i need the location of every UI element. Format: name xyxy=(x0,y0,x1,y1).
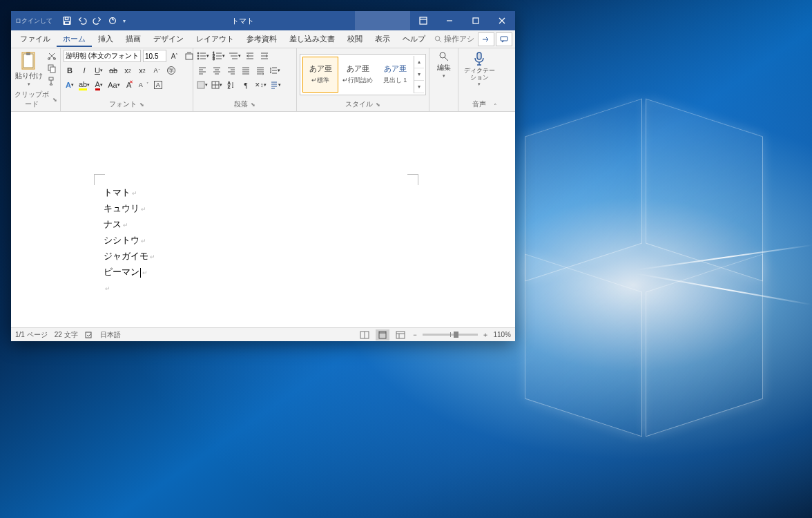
word-count[interactable]: 22 文字 xyxy=(55,330,78,340)
distributed-button[interactable] xyxy=(254,64,267,77)
page[interactable]: トマト キュウリ ナス シシトウ ジャガイモ ピーマン xyxy=(29,112,515,327)
enclose-characters-button[interactable]: 字 xyxy=(165,64,177,77)
read-mode-button[interactable] xyxy=(358,329,371,340)
save-icon[interactable] xyxy=(62,16,72,26)
tab-references[interactable]: 参考資料 xyxy=(240,31,283,47)
undo-icon[interactable] xyxy=(77,16,87,26)
bold-button[interactable]: B xyxy=(64,64,76,77)
tab-draw[interactable]: 描画 xyxy=(119,31,147,47)
multilevel-list-button[interactable]: ▾ xyxy=(228,50,242,62)
dialog-launcher-icon[interactable]: ⬊ xyxy=(52,97,57,103)
grow-font-button[interactable]: A˄ xyxy=(168,50,181,62)
borders-button[interactable]: ▾ xyxy=(211,79,223,91)
show-paragraph-marks-button[interactable]: ¶ xyxy=(240,79,252,91)
decrease-indent-button[interactable] xyxy=(244,50,256,62)
spellcheck-icon[interactable] xyxy=(85,331,93,339)
paragraph-settings-button[interactable]: ▾ xyxy=(269,79,282,91)
character-shading-button[interactable]: A゛ xyxy=(137,79,150,91)
shading-button[interactable]: ▾ xyxy=(196,79,209,91)
text-line[interactable]: キュウリ xyxy=(104,201,155,217)
redo-icon[interactable] xyxy=(93,16,102,26)
repeat-icon[interactable] xyxy=(108,16,117,26)
superscript-button[interactable]: x2 xyxy=(136,64,148,77)
ribbon: 貼り付け ▾ クリップボード⬊ A˄ xyxy=(11,48,515,112)
tab-view[interactable]: 表示 xyxy=(369,31,396,47)
cut-icon[interactable] xyxy=(47,51,57,61)
shrink-font-button[interactable]: A˅ xyxy=(151,64,163,77)
text-line[interactable]: ピーマン xyxy=(104,265,155,280)
ribbon-display-options[interactable] xyxy=(410,11,436,30)
align-right-button[interactable] xyxy=(225,64,238,77)
tab-design[interactable]: デザイン xyxy=(147,31,190,47)
styles-gallery[interactable]: あア亜 ↵標準 あア亜 ↵行間詰め あア亜 見出し 1 ▴ ▾ ▾ xyxy=(300,54,426,95)
zoom-slider[interactable] xyxy=(423,334,478,336)
web-layout-button[interactable] xyxy=(394,329,407,340)
language[interactable]: 日本語 xyxy=(100,330,121,340)
qat-dropdown-icon[interactable]: ▾ xyxy=(123,18,126,24)
align-center-button[interactable] xyxy=(211,64,223,77)
character-border-button[interactable]: A xyxy=(152,79,164,91)
text-line[interactable]: トマト xyxy=(104,185,155,201)
styles-more-button[interactable]: ▾ xyxy=(414,81,424,93)
strikethrough-button[interactable]: ab xyxy=(107,64,119,77)
maximize-button[interactable] xyxy=(463,11,489,30)
font-color-button[interactable]: A▾ xyxy=(93,79,105,91)
font-size-combo[interactable] xyxy=(143,50,166,62)
text-line[interactable]: ジャガイモ xyxy=(104,249,155,265)
tab-review[interactable]: 校閲 xyxy=(341,31,369,47)
text-line[interactable] xyxy=(104,280,155,290)
numbering-button[interactable]: 123▾ xyxy=(212,50,226,62)
editing-menu[interactable]: 編集 ▾ xyxy=(436,50,452,80)
dialog-launcher-icon[interactable]: ⬊ xyxy=(251,102,255,108)
account-badge[interactable]: ロクインして xyxy=(15,17,52,26)
asian-layout-button[interactable]: ✕↕▾ xyxy=(254,79,267,91)
text-line[interactable]: シシトウ xyxy=(104,233,155,249)
copy-icon[interactable] xyxy=(47,64,57,73)
tab-layout[interactable]: レイアウト xyxy=(190,31,240,47)
share-button[interactable] xyxy=(478,32,494,46)
underline-button[interactable]: U▾ xyxy=(93,64,105,77)
line-spacing-button[interactable]: ▾ xyxy=(269,64,281,77)
page-number[interactable]: 1/1 ページ xyxy=(15,330,48,340)
tab-file[interactable]: ファイル xyxy=(14,31,57,47)
text-effects-button[interactable]: A▾ xyxy=(64,79,76,91)
styles-scroll-up[interactable]: ▴ xyxy=(414,56,424,68)
style-no-spacing[interactable]: あア亜 ↵行間詰め xyxy=(340,57,376,93)
align-left-button[interactable] xyxy=(196,64,209,77)
tell-me-search[interactable]: 操作アシ xyxy=(434,34,474,44)
tab-home[interactable]: ホーム xyxy=(57,31,92,47)
zoom-level[interactable]: 110% xyxy=(493,331,511,338)
print-layout-button[interactable] xyxy=(376,329,389,340)
tab-insert[interactable]: 挿入 xyxy=(92,31,119,47)
tab-mailings[interactable]: 差し込み文書 xyxy=(283,31,341,47)
zoom-out-button[interactable]: － xyxy=(412,330,418,340)
style-heading1[interactable]: あア亜 見出し 1 xyxy=(377,57,413,93)
dialog-launcher-icon[interactable]: ⬊ xyxy=(376,102,380,108)
document-content[interactable]: トマト キュウリ ナス シシトウ ジャガイモ ピーマン xyxy=(104,185,155,290)
tab-help[interactable]: ヘルプ xyxy=(396,31,432,47)
format-painter-icon[interactable] xyxy=(47,76,57,86)
paste-button[interactable]: 貼り付け ▾ xyxy=(14,50,44,88)
justify-button[interactable] xyxy=(240,64,252,77)
dictation-button[interactable]: ディクテーション ▾ xyxy=(461,50,497,88)
font-name-combo[interactable] xyxy=(64,50,141,62)
close-button[interactable] xyxy=(489,11,515,30)
styles-scroll-down[interactable]: ▾ xyxy=(414,68,424,81)
document-area[interactable]: トマト キュウリ ナス シシトウ ジャガイモ ピーマン xyxy=(11,112,515,327)
bullets-button[interactable]: ▾ xyxy=(196,50,210,62)
minimize-button[interactable] xyxy=(436,11,463,30)
highlight-button[interactable]: ab▾ xyxy=(78,79,90,91)
text-line[interactable]: ナス xyxy=(104,217,155,233)
titlebar[interactable]: ロクインして ▾ トマト xyxy=(11,11,515,30)
dialog-launcher-icon[interactable]: ⬊ xyxy=(139,102,144,108)
change-case-button[interactable]: Aa▾ xyxy=(107,79,120,91)
increase-indent-button[interactable] xyxy=(258,50,271,62)
sort-button[interactable]: AZ xyxy=(225,79,238,91)
italic-button[interactable]: I xyxy=(78,64,90,77)
collapse-ribbon-icon[interactable]: ˄ xyxy=(494,103,497,110)
clear-formatting-button[interactable]: A✕ xyxy=(123,79,135,91)
subscript-button[interactable]: x2 xyxy=(122,64,134,77)
style-normal[interactable]: あア亜 ↵標準 xyxy=(302,57,338,93)
zoom-in-button[interactable]: ＋ xyxy=(482,330,489,340)
comments-button[interactable] xyxy=(496,32,512,46)
